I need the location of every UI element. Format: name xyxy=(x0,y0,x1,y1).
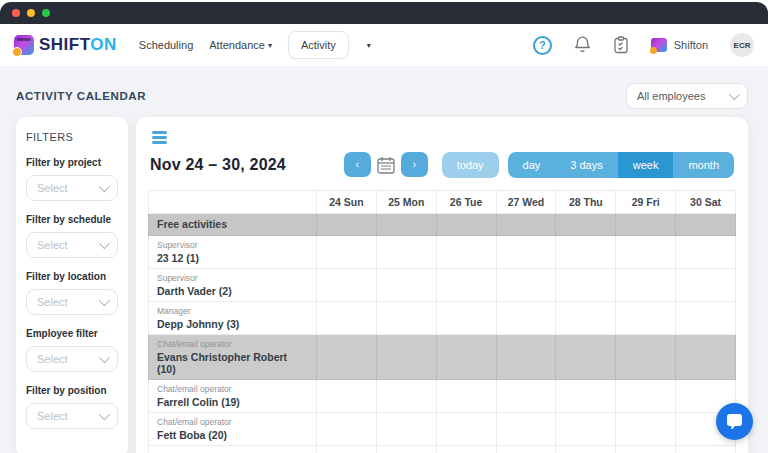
nav-activity[interactable]: Activity xyxy=(288,31,349,59)
day-cell[interactable] xyxy=(556,412,616,445)
day-cell[interactable] xyxy=(616,213,676,235)
day-cell[interactable] xyxy=(376,445,436,453)
day-cell[interactable] xyxy=(436,412,496,445)
day-cell[interactable] xyxy=(376,379,436,412)
filter-select-value: Select xyxy=(37,239,68,251)
window-close-button[interactable] xyxy=(12,9,20,17)
day-cell[interactable] xyxy=(436,213,496,235)
day-cell[interactable] xyxy=(376,235,436,268)
day-column-header: 27 Wed xyxy=(496,190,556,213)
employee-name: Depp Johnny (3) xyxy=(157,318,308,330)
day-cell[interactable] xyxy=(496,268,556,301)
day-cell[interactable] xyxy=(376,268,436,301)
day-cell[interactable] xyxy=(436,334,496,379)
filter-select-value: Select xyxy=(37,410,68,422)
employees-select[interactable]: All employees xyxy=(626,83,748,109)
day-cell[interactable] xyxy=(496,213,556,235)
day-cell[interactable] xyxy=(436,445,496,453)
page-head: ACTIVITY CALENDAR All employees xyxy=(0,67,768,117)
filters-title: FILTERS xyxy=(26,131,118,143)
day-cell[interactable] xyxy=(676,213,736,235)
view-button-3-days[interactable]: 3 days xyxy=(555,152,617,178)
day-cell[interactable] xyxy=(436,235,496,268)
day-cell[interactable] xyxy=(317,301,377,334)
view-button-week[interactable]: week xyxy=(618,152,674,178)
day-cell[interactable] xyxy=(676,334,736,379)
page-body: ACTIVITY CALENDAR All employees FILTERS … xyxy=(0,67,768,453)
employee-cell: Chat/email operatorFett Boba (20) xyxy=(149,412,317,445)
day-cell[interactable] xyxy=(317,334,377,379)
day-cell[interactable] xyxy=(496,379,556,412)
view-button-day[interactable]: day xyxy=(508,152,556,178)
day-cell[interactable] xyxy=(676,445,736,453)
day-cell[interactable] xyxy=(556,334,616,379)
tasks-clipboard-icon[interactable] xyxy=(613,36,629,54)
day-cell[interactable] xyxy=(676,301,736,334)
chevron-down-icon xyxy=(99,181,110,192)
user-avatar[interactable]: ECR xyxy=(730,33,754,57)
day-cell[interactable] xyxy=(676,235,736,268)
employee-column-header xyxy=(149,190,317,213)
account-switcher[interactable]: Shifton xyxy=(651,38,708,52)
day-cell[interactable] xyxy=(616,379,676,412)
nav-activity-caret-icon[interactable]: ▾ xyxy=(365,37,373,54)
filter-group: Filter by scheduleSelect xyxy=(26,214,118,258)
view-button-month[interactable]: month xyxy=(673,152,734,178)
next-week-button[interactable]: › xyxy=(401,152,428,177)
day-cell[interactable] xyxy=(317,412,377,445)
calendar-panel: Nov 24 – 30, 2024 ‹ › toda xyxy=(136,117,748,453)
day-cell[interactable] xyxy=(616,301,676,334)
day-cell[interactable] xyxy=(556,268,616,301)
day-cell[interactable] xyxy=(556,445,616,453)
filter-select[interactable]: Select xyxy=(26,232,118,258)
day-cell[interactable] xyxy=(496,235,556,268)
prev-week-button[interactable]: ‹ xyxy=(344,152,371,177)
day-cell[interactable] xyxy=(317,213,377,235)
day-cell[interactable] xyxy=(616,412,676,445)
day-cell[interactable] xyxy=(496,334,556,379)
filter-select[interactable]: Select xyxy=(26,403,118,429)
day-cell[interactable] xyxy=(436,379,496,412)
day-cell[interactable] xyxy=(317,268,377,301)
day-cell[interactable] xyxy=(376,301,436,334)
window-zoom-button[interactable] xyxy=(42,9,50,17)
day-cell[interactable] xyxy=(616,268,676,301)
day-cell[interactable] xyxy=(376,334,436,379)
day-cell[interactable] xyxy=(556,379,616,412)
day-cell[interactable] xyxy=(317,445,377,453)
filter-select[interactable]: Select xyxy=(26,289,118,315)
day-cell[interactable] xyxy=(317,379,377,412)
nav-scheduling[interactable]: Scheduling xyxy=(139,39,193,51)
day-cell[interactable] xyxy=(496,445,556,453)
day-cell[interactable] xyxy=(676,268,736,301)
day-cell[interactable] xyxy=(616,235,676,268)
window-minimize-button[interactable] xyxy=(27,9,35,17)
day-cell[interactable] xyxy=(496,412,556,445)
day-cell[interactable] xyxy=(436,268,496,301)
filter-label: Filter by location xyxy=(26,271,118,282)
day-cell[interactable] xyxy=(556,213,616,235)
day-cell[interactable] xyxy=(616,445,676,453)
today-button[interactable]: today xyxy=(442,152,499,178)
day-cell[interactable] xyxy=(376,213,436,235)
filters-sidebar: FILTERS Filter by projectSelectFilter by… xyxy=(16,117,128,453)
shifton-logo[interactable]: SHIFTON xyxy=(14,35,117,55)
filter-select[interactable]: Select xyxy=(26,175,118,201)
menu-icon[interactable] xyxy=(152,131,167,144)
day-cell[interactable] xyxy=(376,412,436,445)
day-cell[interactable] xyxy=(317,235,377,268)
day-cell[interactable] xyxy=(616,334,676,379)
day-cell[interactable] xyxy=(496,301,556,334)
chevron-down-icon xyxy=(99,238,110,249)
chat-widget-button[interactable] xyxy=(716,403,753,440)
nav-attendance[interactable]: Attendance▾ xyxy=(209,39,272,51)
help-icon[interactable]: ? xyxy=(533,36,552,55)
employee-role: Chat/email operator xyxy=(157,384,308,394)
filter-select[interactable]: Select xyxy=(26,346,118,372)
notifications-bell-icon[interactable] xyxy=(574,36,591,54)
day-cell[interactable] xyxy=(556,301,616,334)
filter-group: Filter by positionSelect xyxy=(26,385,118,429)
day-cell[interactable] xyxy=(556,235,616,268)
day-cell[interactable] xyxy=(436,301,496,334)
calendar-picker-icon[interactable] xyxy=(376,155,396,175)
